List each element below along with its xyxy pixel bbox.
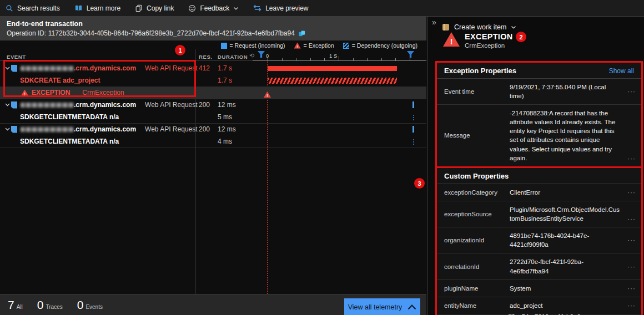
exception-heading-title: EXCEPTION (465, 32, 513, 41)
dependency-bar[interactable] (413, 115, 414, 120)
event-name: SDKCREATE adc_project (20, 77, 100, 84)
count-value: 7 (8, 298, 14, 312)
redacted-org-name (21, 103, 74, 108)
property-value: ClientError (510, 188, 623, 197)
more-options-button[interactable]: ··· (623, 215, 636, 223)
exception-label: EXCEPTION (32, 89, 70, 96)
request-bar[interactable] (412, 126, 414, 133)
toolbar-item-label: Feedback (200, 4, 229, 12)
legend-dependency: = Dependency (outgoing) (343, 42, 417, 49)
property-row: Message -2147088238:A record that has th… (437, 105, 641, 167)
exception-heading: ! EXCEPTION CrmException (443, 32, 513, 49)
property-label: exceptionCategory (444, 189, 510, 196)
range-handle-right-icon[interactable] (407, 51, 414, 58)
exception-marker-icon[interactable]: ! (264, 89, 271, 99)
book-icon (74, 4, 83, 12)
work-item-icon (442, 23, 450, 31)
property-row: Event time 9/19/2021, 7:37:55.040 PM (Lo… (437, 79, 641, 105)
event-name: SDKGETCLIENTMETADATA n/a (20, 138, 119, 145)
operation-id-icon[interactable] (298, 30, 305, 37)
annotation-step-1: 1 (175, 45, 185, 55)
duration-value: 1.7 s (218, 62, 232, 74)
event-row-dependency-3[interactable]: SDKGETCLIENTMETADATA n/a 4 ms (0, 135, 426, 148)
property-label: entityName (444, 302, 510, 309)
view-all-telemetry-label: View all telemetry (348, 303, 402, 311)
reset-zoom-icon[interactable]: ⟲ (249, 52, 254, 59)
chevron-down-icon[interactable] (3, 66, 11, 70)
chevron-down-icon (233, 6, 239, 11)
leave-preview-button[interactable]: Leave preview (253, 4, 308, 12)
more-options-button[interactable]: ··· (623, 88, 636, 95)
annotation-step-3: 3 (414, 178, 425, 189)
more-options-button[interactable]: ··· (623, 284, 636, 292)
copy-link-button[interactable]: Copy link (135, 4, 174, 12)
count-traces[interactable]: 0 Traces (37, 298, 63, 312)
event-row-request-2[interactable]: .crm.dynamics.com Web API Request 200 12… (0, 99, 426, 111)
request-bar[interactable] (412, 101, 414, 108)
property-label: organizationId (444, 237, 510, 243)
property-value: ff2ce54e-7019-ec11-b6e6-002248200a70 (508, 312, 625, 315)
count-label: Traces (46, 304, 63, 310)
document-icon (11, 101, 17, 109)
chevron-down-icon[interactable] (3, 103, 11, 107)
property-row: correlationId 2722d70e-fbcf-421f-92ba-4e… (437, 253, 641, 280)
property-row: pluginName System ··· (437, 280, 641, 297)
event-row-dependency-1[interactable]: SDKCREATE adc_project 1.7 s (0, 74, 426, 87)
more-options-button[interactable]: ··· (623, 263, 636, 271)
feedback-menu-button[interactable]: Feedback (188, 4, 239, 12)
collapse-panel-button[interactable]: » (432, 18, 436, 27)
waterfall-panel: = Request (incoming) ! = Exception = Dep… (0, 40, 426, 294)
result-code: 412 (199, 62, 210, 74)
toolbar-item-label: Copy link (147, 4, 174, 12)
transaction-header: End-to-end transaction Operation ID: 117… (0, 17, 426, 40)
range-handle-left-icon[interactable] (258, 51, 265, 58)
event-row-exception[interactable]: ! EXCEPTION CrmException ! (0, 87, 426, 99)
more-options-button[interactable]: ··· (623, 189, 636, 196)
top-toolbar: Search results Learn more Copy link Feed… (0, 0, 644, 17)
ruler-tick-label-mid: 1 S (329, 53, 337, 59)
dependency-bar[interactable] (413, 139, 414, 145)
duration-value: 12 ms (218, 99, 236, 111)
duration-value: 12 ms (218, 123, 236, 135)
result-code: 200 (199, 123, 210, 135)
warning-triangle-icon: ! (443, 32, 460, 47)
create-work-item-button[interactable]: Create work item (442, 23, 516, 31)
exception-detail-panel: » Create work item ! EXCEPTION CrmExcept… (427, 17, 644, 315)
view-all-telemetry-button[interactable]: View all telemetry (344, 298, 420, 315)
count-events[interactable]: 0 Events (77, 298, 103, 312)
column-header-duration: DURATION (218, 54, 248, 60)
property-value: -2147088238:A record that has the attrib… (510, 109, 623, 162)
learn-more-button[interactable]: Learn more (74, 4, 120, 12)
event-kind: Web API Request (145, 64, 198, 72)
legend-dependency-label: = Dependency (outgoing) (352, 42, 417, 49)
property-value: 9/19/2021, 7:37:55.040 PM (Local time) (510, 83, 623, 100)
request-bar[interactable] (268, 66, 397, 71)
duration-value: 4 ms (218, 135, 232, 148)
dependency-bar[interactable] (268, 78, 397, 84)
property-value: System (510, 284, 623, 293)
search-results-button[interactable]: Search results (6, 4, 60, 12)
document-icon (11, 126, 17, 133)
exception-type: CrmException (82, 89, 124, 96)
redacted-org-name (21, 66, 74, 71)
chevron-down-icon[interactable] (3, 127, 11, 131)
document-icon (11, 65, 17, 72)
event-row-request-1[interactable]: .crm.dynamics.com Web API Request 412 1.… (0, 62, 426, 74)
property-value: 2722d70e-fbcf-421f-92ba-4e6fbd7fba94 (510, 257, 623, 275)
count-all[interactable]: 7 All (8, 298, 23, 312)
more-options-button[interactable]: ··· (623, 236, 636, 244)
event-kind: Web API Request (145, 101, 198, 109)
timeline-legend: = Request (incoming) ! = Exception = Dep… (221, 42, 417, 49)
result-code: 200 (199, 99, 210, 111)
property-row: organizationId 4891be74-176b-4024-b47e-4… (437, 227, 641, 253)
card-title: Custom Properties (444, 172, 509, 180)
show-all-link[interactable]: Show all (609, 67, 634, 75)
count-label: All (17, 304, 23, 310)
event-row-request-3[interactable]: .crm.dynamics.com Web API Request 200 12… (0, 123, 426, 135)
more-options-button[interactable]: ··· (623, 155, 636, 162)
row-divider (0, 148, 426, 148)
event-domain: .crm.dynamics.com (74, 101, 136, 109)
telemetry-footer: 7 All 0 Traces 0 Events View all telemet… (0, 294, 426, 315)
event-row-dependency-2[interactable]: SDKGETCLIENTMETADATA n/a 5 ms (0, 111, 426, 123)
property-label: pluginName (444, 285, 510, 292)
